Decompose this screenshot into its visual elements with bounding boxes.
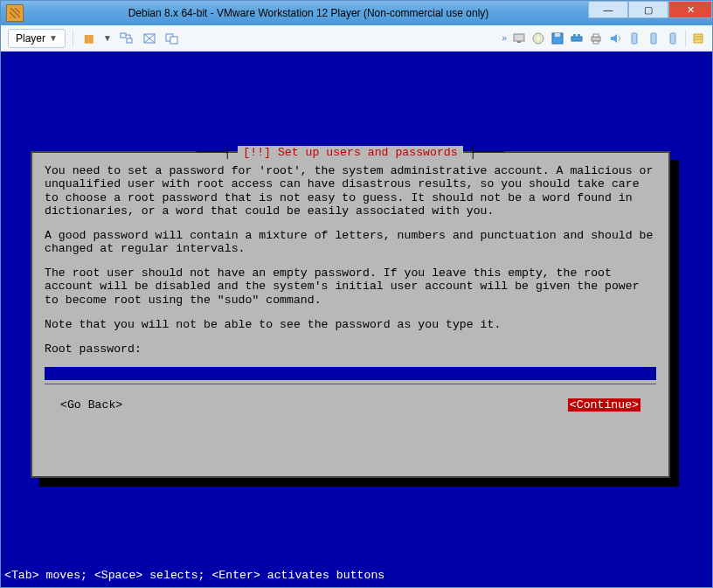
dialog-body: You need to set a password for 'root', t… [45,164,656,412]
root-password-input[interactable] [45,367,656,380]
svg-rect-6 [517,41,521,43]
svg-rect-18 [651,33,656,44]
maximize-button[interactable]: ▢ [628,1,668,18]
svg-rect-19 [670,33,675,44]
send-ctrl-alt-del-icon[interactable] [119,31,135,46]
dialog-text: A good password will contain a mixture o… [45,229,656,255]
svg-rect-4 [170,37,177,44]
fullscreen-icon[interactable] [142,31,157,46]
drive1-icon[interactable] [627,31,641,45]
dash-left: ────┤ [197,146,238,159]
input-underline [45,384,656,384]
settings-icon[interactable] [691,31,705,45]
printer-icon[interactable] [589,31,603,45]
svg-point-8 [537,37,540,39]
dash-right: ├──── [463,146,504,159]
sound-icon[interactable] [608,31,622,45]
minimize-button[interactable]: — [588,1,628,18]
player-menu-label: Player [16,32,45,45]
floppy-icon[interactable] [550,31,564,45]
svg-rect-15 [593,34,599,37]
chevron-down-icon[interactable]: ▼ [103,33,112,43]
svg-rect-13 [578,34,580,37]
usb-hub-icon[interactable] [570,31,584,45]
svg-rect-20 [694,34,703,43]
dialog-text: You need to set a password for 'root', t… [45,164,656,218]
unity-icon[interactable] [164,31,180,46]
svg-rect-11 [571,37,582,41]
titlebar[interactable]: Debian 8.x 64-bit - VMware Workstation 1… [1,1,712,25]
password-prompt: Root password: [45,342,656,356]
network-icon[interactable] [512,31,526,45]
chevron-down-icon: ▼ [49,33,58,43]
svg-rect-17 [632,33,637,44]
toolbar-separator [73,30,73,47]
app-icon [6,4,24,22]
cdrom-icon[interactable] [531,31,545,45]
svg-rect-12 [573,34,576,37]
chevron-right-icon[interactable]: » [502,33,507,43]
go-back-button[interactable]: <Go Back> [60,398,122,412]
drive2-icon[interactable] [647,31,661,45]
svg-rect-1 [127,38,132,43]
svg-rect-0 [121,33,126,38]
footer-hint: <Tab> moves; <Space> selects; <Enter> ac… [4,569,384,582]
player-menu[interactable]: Player ▼ [8,29,66,48]
close-button[interactable]: ✕ [668,1,712,18]
dialog-text: Note that you will not be able to see th… [45,318,656,331]
pause-icon[interactable]: ▮▮ [80,31,96,46]
window-controls: — ▢ ✕ [588,1,712,25]
svg-rect-14 [592,37,600,41]
svg-rect-5 [514,34,524,41]
toolbar-right: » [502,30,705,47]
continue-button[interactable]: <Continue> [568,398,640,412]
svg-rect-10 [555,33,560,37]
svg-rect-16 [593,41,599,44]
window-title: Debian 8.x 64-bit - VMware Workstation 1… [29,7,588,19]
guest-screen[interactable]: ────┤ [!!] Set up users and passwords ├─… [1,52,712,587]
toolbar: Player ▼ ▮▮ ▼ » [1,25,712,52]
dialog-text: The root user should not have an empty p… [45,266,656,307]
vmware-player-window: Debian 8.x 64-bit - VMware Workstation 1… [0,0,713,588]
drive3-icon[interactable] [666,31,680,45]
installer-dialog: ────┤ [!!] Set up users and passwords ├─… [31,151,670,478]
toolbar-separator [685,30,686,47]
dialog-title: [!!] Set up users and passwords [238,146,462,159]
